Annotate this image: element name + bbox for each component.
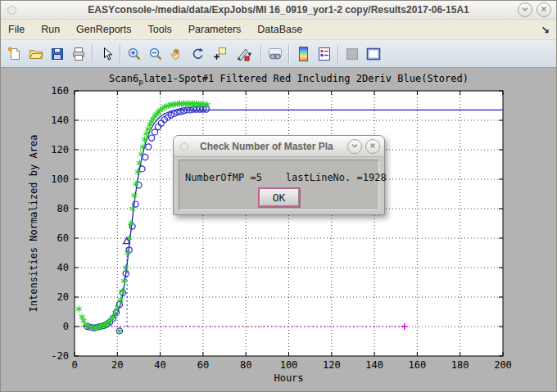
link-plots-button[interactable] — [265, 43, 286, 65]
y-tick-label: 80 — [57, 203, 69, 214]
insert-legend-button[interactable] — [314, 43, 335, 65]
print-button[interactable] — [68, 43, 89, 65]
x-tick-label: 40 — [154, 359, 165, 371]
chevron-down-icon — [519, 3, 531, 15]
toolbar-separator — [260, 45, 262, 63]
ok-button[interactable]: OK — [260, 189, 299, 206]
pointer-tool-button[interactable] — [96, 43, 117, 65]
zoom-in-icon — [126, 46, 143, 62]
link-plots-icon — [267, 46, 283, 62]
x-tick-label: 60 — [197, 359, 209, 371]
zoom-out-icon — [147, 46, 164, 62]
x-tick-label: 20 — [111, 359, 123, 371]
x-tick-label: 200 — [494, 359, 512, 371]
close-icon — [367, 140, 378, 151]
dialog-close-button[interactable] — [365, 139, 380, 154]
window-title: EASYconsole-/media/data/ExpJobs/MI 16_09… — [1, 4, 556, 16]
new-file-icon — [7, 46, 23, 62]
x-tick-label: 180 — [451, 359, 469, 371]
dialog-minimize-button[interactable] — [347, 139, 362, 154]
chart-title: Scan6plate1-Spot#1 Filtered Red Includin… — [109, 73, 469, 86]
dialog-message: NumberOfMP =5 lastLineNo. =1928 — [185, 172, 378, 183]
show-plot-tools-button[interactable] — [363, 43, 384, 65]
dialog-title: Check Number of Master Pla — [200, 141, 347, 152]
rotate-3d-icon — [190, 46, 206, 62]
y-tick-label: 140 — [51, 115, 69, 126]
data-cursor-icon — [211, 46, 228, 62]
easyconsole-window: EASYconsole-/media/data/ExpJobs/MI 16_09… — [0, 0, 557, 392]
zoom-out-button[interactable] — [145, 43, 166, 65]
y-tick-label: 160 — [51, 85, 69, 97]
x-tick-label: 0 — [71, 359, 77, 371]
open-file-button[interactable] — [25, 43, 47, 65]
toolbar-separator — [120, 45, 121, 63]
dialog-titlebar[interactable]: Check Number of Master Pla — [174, 136, 384, 157]
rotate-3d-button[interactable] — [188, 43, 209, 65]
toolbar-separator — [288, 45, 290, 63]
x-axis-label: Hours — [274, 372, 303, 384]
menu-tools[interactable]: Tools — [140, 20, 180, 39]
pointer-icon — [98, 46, 115, 62]
hide-plot-tools-button[interactable] — [342, 43, 363, 65]
dock-figure-icon[interactable]: ↘ — [541, 24, 550, 35]
menu-genreports[interactable]: GenReports — [68, 20, 139, 39]
zoom-in-button[interactable] — [124, 43, 145, 65]
hide-plot-tools-icon — [346, 48, 358, 60]
open-folder-icon — [28, 46, 44, 62]
window-minimize-button[interactable] — [518, 2, 532, 17]
print-icon — [70, 46, 87, 62]
menu-parameters[interactable]: Parameters — [180, 20, 250, 39]
check-master-plates-dialog: Check Number of Master Pla NumberOfMP =5… — [173, 135, 385, 215]
figure-canvas: 020406080100120140160180200-200204060801… — [1, 68, 556, 391]
chevron-down-icon — [349, 140, 360, 151]
y-tick-label: 60 — [57, 232, 69, 244]
insert-colorbar-button[interactable] — [292, 43, 314, 65]
menu-run[interactable]: Run — [33, 20, 68, 39]
x-tick-label: 120 — [323, 359, 341, 371]
menubar: File Run GenReports Tools Parameters Dat… — [1, 20, 556, 40]
y-tick-label: 0 — [63, 321, 69, 332]
brush-data-button[interactable]: ▾ — [230, 43, 258, 65]
y-tick-label: 20 — [57, 291, 69, 303]
close-icon — [538, 3, 550, 15]
legend-icon — [316, 46, 333, 62]
x-tick-label: 100 — [280, 359, 298, 371]
dialog-menu-icon[interactable] — [180, 142, 188, 151]
figure-toolbar: ▾ — [1, 40, 556, 68]
y-tick-label: 120 — [51, 144, 69, 155]
x-tick-label: 80 — [240, 359, 251, 371]
new-file-button[interactable] — [4, 43, 25, 65]
x-tick-label: 140 — [365, 359, 383, 371]
dialog-body: NumberOfMP =5 lastLineNo. =1928 OK — [179, 160, 379, 210]
show-plot-tools-icon — [365, 46, 382, 62]
colorbar-icon — [299, 47, 308, 61]
window-titlebar[interactable]: EASYconsole-/media/data/ExpJobs/MI 16_09… — [1, 1, 556, 20]
pan-hand-icon — [169, 46, 185, 62]
toolbar-separator — [92, 45, 93, 63]
chevron-down-icon[interactable]: ▾ — [248, 50, 255, 58]
axes-plot[interactable]: 020406080100120140160180200-200204060801… — [1, 68, 556, 392]
save-icon — [49, 46, 66, 62]
menu-file[interactable]: File — [1, 20, 33, 39]
y-tick-label: -20 — [51, 350, 69, 362]
save-button[interactable] — [47, 43, 68, 65]
y-axis-label: Intensities Normalized by Area — [28, 135, 39, 313]
y-tick-label: 100 — [51, 173, 69, 185]
menu-database[interactable]: DataBase — [249, 20, 310, 39]
toolbar-separator — [337, 45, 339, 63]
data-cursor-button[interactable] — [209, 43, 230, 65]
y-tick-label: 40 — [57, 262, 69, 273]
pan-tool-button[interactable] — [166, 43, 188, 65]
x-tick-label: 160 — [409, 359, 427, 371]
window-close-button[interactable] — [537, 2, 551, 17]
